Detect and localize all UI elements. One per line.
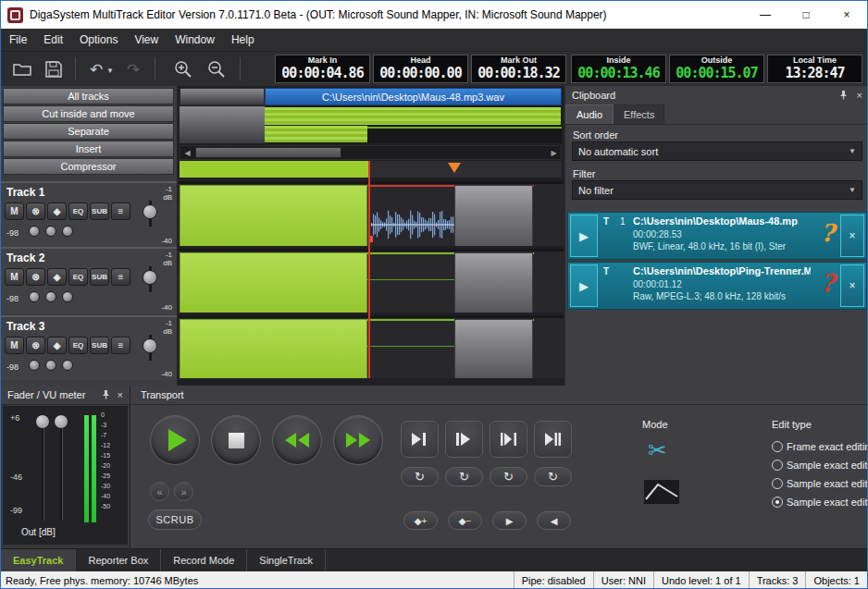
eq-button[interactable]: EQ <box>68 202 88 220</box>
knob[interactable] <box>62 360 73 371</box>
knob[interactable] <box>29 226 40 237</box>
timer-mark-in[interactable]: Mark In 00:00:04.86 <box>275 55 370 83</box>
sub-button[interactable]: SUB <box>90 202 109 220</box>
undo-icon[interactable]: ↶ <box>84 58 108 80</box>
menu-window[interactable]: Window <box>167 29 223 51</box>
timer-mark-out[interactable]: Mark Out 00:00:18.32 <box>471 55 566 83</box>
skip-forward-button[interactable]: » <box>174 482 193 501</box>
mute-button[interactable]: M <box>5 268 24 286</box>
track-3-lane[interactable] <box>179 315 564 378</box>
tool-button-all-tracks[interactable]: All tracks <box>3 88 174 104</box>
tool-button-compressor[interactable]: Compressor <box>3 158 174 175</box>
knob[interactable] <box>45 360 56 371</box>
clipboard-entry[interactable]: ▶ T 1 C:\Users\nin\Desktop\Maus-48.mp 00… <box>567 212 867 260</box>
knob[interactable] <box>29 360 40 371</box>
timeline-ruler[interactable] <box>180 161 562 178</box>
track-menu-button[interactable]: ≡ <box>111 202 130 220</box>
track-fader-handle[interactable] <box>143 270 157 285</box>
timer-inside[interactable]: Inside 00:00:13.46 <box>571 55 666 83</box>
playhead-marker[interactable] <box>448 163 461 173</box>
marker-remove-button[interactable]: ◆− <box>448 511 482 530</box>
play-cut-button[interactable] <box>401 421 439 458</box>
output-fader-handle[interactable] <box>54 414 68 429</box>
output-fader-handle[interactable] <box>35 414 50 429</box>
pending-clip[interactable] <box>454 319 533 378</box>
horizontal-scrollbar[interactable]: ◀ ▶ <box>180 145 562 160</box>
play-over-cut-button[interactable] <box>534 421 572 458</box>
remove-entry-button[interactable]: × <box>840 215 864 257</box>
loop-toggle[interactable]: ↻ <box>490 467 527 486</box>
play-entry-button[interactable]: ▶ <box>570 264 598 307</box>
scroll-left-icon[interactable]: ◀ <box>180 146 194 159</box>
close-button[interactable]: × <box>826 1 867 29</box>
sub-button[interactable]: SUB <box>90 337 109 354</box>
radio-sample-exact-at[interactable] <box>772 460 783 471</box>
play-in-to-out-button[interactable] <box>490 421 527 458</box>
pending-clip[interactable] <box>454 185 533 246</box>
tab-reporter-box[interactable]: Reporter Box <box>76 549 161 571</box>
pending-clip[interactable] <box>454 252 533 313</box>
menu-edit[interactable]: Edit <box>35 29 71 51</box>
sort-order-select[interactable]: No automatic sort ▼ <box>572 141 862 161</box>
scroll-right-icon[interactable]: ▶ <box>547 146 561 159</box>
zoom-out-icon[interactable] <box>205 58 229 80</box>
menu-file[interactable]: File <box>1 29 35 51</box>
timer-outside[interactable]: Outside 00:00:15.07 <box>669 55 764 83</box>
knob[interactable] <box>62 226 73 237</box>
timer-head[interactable]: Head 00:00:00.00 <box>373 55 468 83</box>
close-panel-icon[interactable]: × <box>118 389 123 400</box>
knob[interactable] <box>45 226 56 237</box>
close-panel-icon[interactable]: × <box>857 90 862 101</box>
pan-button[interactable]: ◈ <box>47 268 67 286</box>
solo-button[interactable]: ⊗ <box>26 337 45 354</box>
track-menu-button[interactable]: ≡ <box>111 268 130 286</box>
skip-back-button[interactable]: « <box>150 482 169 501</box>
play-button[interactable] <box>150 415 200 465</box>
sub-button[interactable]: SUB <box>90 268 109 286</box>
zoom-in-icon[interactable] <box>171 58 195 80</box>
radio-sample-exact-3[interactable] <box>772 497 783 508</box>
tab-audio[interactable]: Audio <box>565 104 614 124</box>
marker-add-button[interactable]: ◆+ <box>403 511 438 530</box>
track-fader-handle[interactable] <box>143 338 157 353</box>
mute-button[interactable]: M <box>5 202 24 220</box>
pan-button[interactable]: ◈ <box>47 337 67 354</box>
scissors-icon[interactable]: ✂ <box>648 437 666 463</box>
tool-button-separate[interactable]: Separate <box>3 123 174 140</box>
open-folder-icon[interactable] <box>10 58 34 80</box>
audio-clip[interactable] <box>180 319 367 378</box>
mute-button[interactable]: M <box>5 337 24 354</box>
tool-button-insert[interactable]: Insert <box>3 141 174 157</box>
radio-frame-exact[interactable] <box>772 441 783 452</box>
overview-file-title[interactable]: C:\Users\nin\Desktop\Maus-48.mp3.wav <box>265 88 562 105</box>
undo-dropdown-icon[interactable]: ▼ <box>106 67 114 75</box>
step-forward-button[interactable]: ▶ <box>492 511 527 530</box>
crossfade-icon[interactable] <box>644 480 679 508</box>
scrollbar-thumb[interactable] <box>195 147 341 158</box>
maximize-button[interactable]: □ <box>786 1 826 29</box>
loop-toggle[interactable]: ↻ <box>401 467 439 486</box>
tab-effects[interactable]: Effects <box>614 104 664 124</box>
pin-icon[interactable] <box>101 389 111 401</box>
menu-options[interactable]: Options <box>71 29 126 51</box>
radio-sample-exact-2[interactable] <box>772 478 783 489</box>
play-entry-button[interactable]: ▶ <box>570 215 598 257</box>
minimize-button[interactable]: — <box>745 1 786 29</box>
knob[interactable] <box>62 291 73 302</box>
tab-easytrack[interactable]: EasyTrack <box>1 549 76 571</box>
audio-clip[interactable] <box>180 252 367 313</box>
tool-button-cut-inside-and-move[interactable]: Cut inside and move <box>3 105 174 122</box>
step-back-button[interactable]: ◀ <box>537 511 571 530</box>
edit-cursor[interactable] <box>368 161 370 378</box>
pin-icon[interactable] <box>838 90 849 102</box>
scrub-button[interactable]: SCRUB <box>148 509 202 530</box>
pan-button[interactable]: ◈ <box>47 202 67 220</box>
track-fader-handle[interactable] <box>143 204 157 219</box>
track-menu-button[interactable]: ≡ <box>111 337 130 354</box>
clipboard-entry[interactable]: ▶ T C:\Users\nin\Desktop\Ping-Trenner.M … <box>567 262 867 310</box>
redo-icon[interactable]: ↷ <box>121 58 145 80</box>
eq-button[interactable]: EQ <box>68 337 88 354</box>
menu-help[interactable]: Help <box>223 29 263 51</box>
menu-view[interactable]: View <box>126 29 167 51</box>
filter-select[interactable]: No filter ▼ <box>572 180 862 200</box>
